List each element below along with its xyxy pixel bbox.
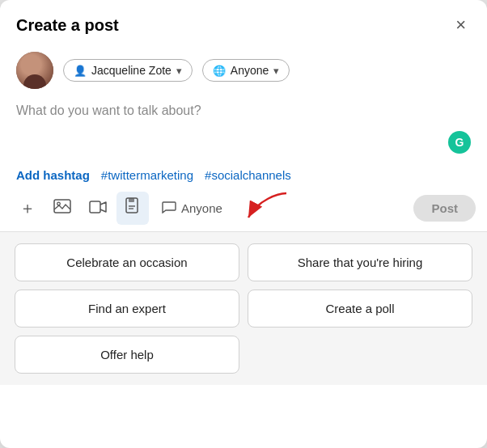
comment-icon (162, 201, 176, 216)
video-icon (89, 199, 107, 218)
post-placeholder: What do you want to talk about? (16, 104, 201, 117)
post-input-area[interactable]: What do you want to talk about? G (0, 89, 487, 162)
post-button[interactable]: Post (413, 195, 476, 222)
hashtag-socialchannels[interactable]: #socialchannels (205, 168, 291, 182)
toolbar-row: ＋ (0, 187, 487, 232)
globe-icon: 🌐 (213, 65, 226, 77)
image-button[interactable] (45, 193, 79, 223)
user-dropdown-button[interactable]: 👤 Jacqueline Zote ▾ (63, 59, 193, 82)
visibility-dropdown-button[interactable]: 🌐 Anyone ▾ (202, 59, 290, 82)
avatar (16, 52, 53, 89)
modal-title: Create a post (16, 16, 119, 35)
find-expert-button[interactable]: Find an expert (15, 290, 239, 328)
visibility-label: Anyone (231, 64, 269, 77)
red-arrow (242, 188, 290, 224)
chevron-down-icon-2: ▾ (273, 65, 279, 77)
anyone-toolbar-button[interactable]: Anyone (154, 196, 231, 221)
modal-header: Create a post × (0, 0, 487, 44)
hiring-button[interactable]: Share that you're hiring (248, 243, 472, 281)
document-icon (125, 197, 141, 219)
hashtag-twittermarketing[interactable]: #twittermarketing (101, 168, 193, 182)
anyone-toolbar-label: Anyone (181, 201, 222, 215)
create-post-modal: Create a post × 👤 Jacqueline Zote ▾ 🌐 An… (0, 0, 487, 448)
document-button[interactable] (116, 192, 149, 225)
svg-rect-0 (54, 200, 70, 213)
svg-point-1 (57, 202, 61, 205)
video-button[interactable] (81, 193, 115, 223)
hashtag-row: Add hashtag #twittermarketing #socialcha… (0, 162, 487, 187)
celebrate-button[interactable]: Celebrate an occasion (15, 243, 239, 281)
user-name-label: Jacqueline Zote (91, 64, 172, 77)
avatar-image (16, 52, 53, 89)
grammarly-icon[interactable]: G (448, 131, 471, 154)
user-row: 👤 Jacqueline Zote ▾ 🌐 Anyone ▾ (0, 44, 487, 89)
close-button[interactable]: × (451, 15, 471, 36)
add-hashtag-button[interactable]: Add hashtag (16, 168, 90, 182)
image-icon (53, 199, 71, 218)
chevron-down-icon: ▾ (176, 65, 182, 77)
svg-rect-4 (129, 198, 134, 202)
person-icon: 👤 (74, 65, 87, 77)
offer-help-button[interactable]: Offer help (15, 336, 239, 374)
svg-rect-2 (90, 201, 100, 213)
create-poll-button[interactable]: Create a poll (248, 290, 472, 328)
options-grid: Celebrate an occasion Share that you're … (0, 232, 487, 385)
plus-icon: ＋ (19, 197, 36, 219)
plus-button[interactable]: ＋ (11, 192, 44, 225)
